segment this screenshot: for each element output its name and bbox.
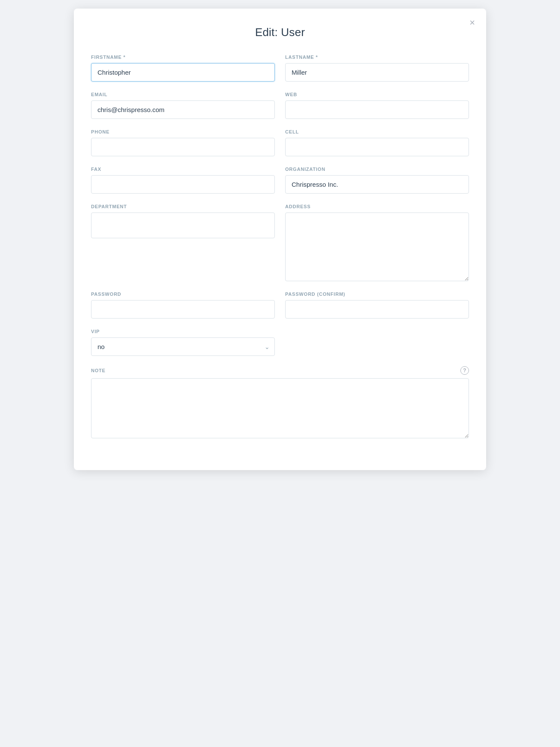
password-confirm-group: PASSWORD (CONFIRM) — [285, 292, 469, 319]
organization-group: ORGANIZATION — [285, 167, 469, 194]
dept-address-row: DEPARTMENT ADDRESS — [91, 204, 469, 281]
cell-input[interactable] — [285, 138, 469, 156]
department-group: DEPARTMENT — [91, 204, 275, 281]
close-button[interactable]: × — [468, 16, 477, 29]
password-confirm-input[interactable] — [285, 300, 469, 319]
lastname-input[interactable] — [285, 63, 469, 82]
web-label: WEB — [285, 92, 469, 97]
cell-label: CELL — [285, 129, 469, 134]
note-textarea[interactable] — [91, 378, 469, 438]
phone-group: PHONE — [91, 129, 275, 156]
note-label: NOTE — [91, 368, 106, 373]
vip-group: VIP no yes ⌄ — [91, 329, 275, 356]
web-group: WEB — [285, 92, 469, 119]
address-label: ADDRESS — [285, 204, 469, 209]
email-group: EMAIL — [91, 92, 275, 119]
email-web-row: EMAIL WEB — [91, 92, 469, 119]
cell-group: CELL — [285, 129, 469, 156]
modal-title: Edit: User — [91, 26, 469, 39]
vip-select-wrapper: no yes ⌄ — [91, 337, 275, 356]
web-input[interactable] — [285, 100, 469, 119]
address-group: ADDRESS — [285, 204, 469, 281]
lastname-label: LASTNAME * — [285, 55, 469, 60]
fax-group: FAX — [91, 167, 275, 194]
name-row: FIRSTNAME * LASTNAME * — [91, 55, 469, 82]
phone-label: PHONE — [91, 129, 275, 134]
vip-select[interactable]: no yes — [91, 337, 275, 356]
phone-cell-row: PHONE CELL — [91, 129, 469, 156]
organization-input[interactable] — [285, 175, 469, 194]
organization-label: ORGANIZATION — [285, 167, 469, 172]
password-input[interactable] — [91, 300, 275, 319]
fax-label: FAX — [91, 167, 275, 172]
edit-user-modal: × Edit: User FIRSTNAME * LASTNAME * EMAI… — [74, 9, 486, 470]
fax-org-row: FAX ORGANIZATION — [91, 167, 469, 194]
email-label: EMAIL — [91, 92, 275, 97]
password-group: PASSWORD — [91, 292, 275, 319]
password-confirm-label: PASSWORD (CONFIRM) — [285, 292, 469, 297]
department-input[interactable] — [91, 213, 275, 238]
password-label: PASSWORD — [91, 292, 275, 297]
phone-input[interactable] — [91, 138, 275, 156]
password-row: PASSWORD PASSWORD (CONFIRM) — [91, 292, 469, 319]
department-label: DEPARTMENT — [91, 204, 275, 209]
address-textarea[interactable] — [285, 213, 469, 281]
vip-label: VIP — [91, 329, 275, 334]
note-row: NOTE ? — [91, 366, 469, 438]
email-input[interactable] — [91, 100, 275, 119]
firstname-label: FIRSTNAME * — [91, 55, 275, 60]
note-header: NOTE ? — [91, 366, 469, 375]
firstname-group: FIRSTNAME * — [91, 55, 275, 82]
help-icon[interactable]: ? — [460, 366, 469, 375]
note-group: NOTE ? — [91, 366, 469, 438]
fax-input[interactable] — [91, 175, 275, 194]
firstname-input[interactable] — [91, 63, 275, 82]
lastname-group: LASTNAME * — [285, 55, 469, 82]
vip-row: VIP no yes ⌄ — [91, 329, 469, 356]
